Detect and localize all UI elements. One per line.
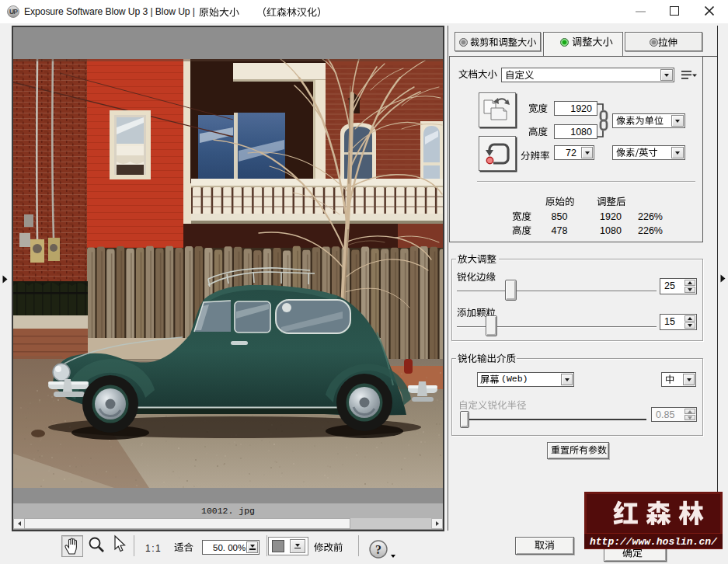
svg-text:UP: UP bbox=[9, 8, 18, 16]
svg-text:?: ? bbox=[375, 543, 381, 556]
